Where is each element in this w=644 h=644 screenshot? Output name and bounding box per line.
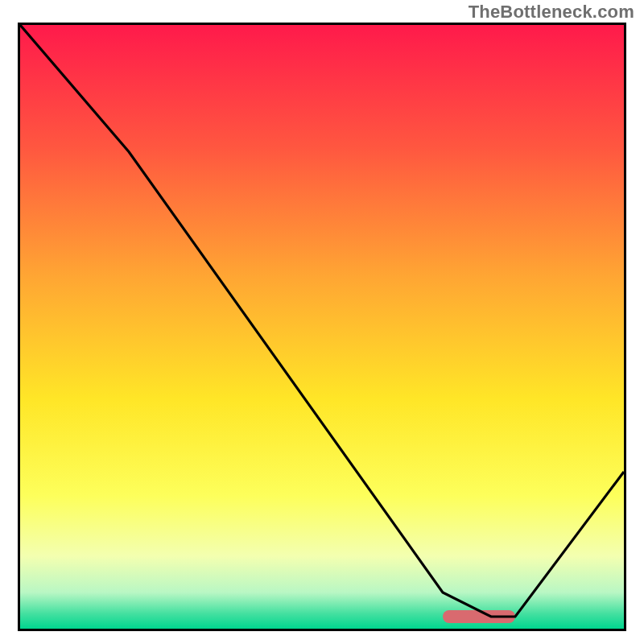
bottleneck-curve: [20, 25, 624, 629]
curve-path: [20, 25, 624, 617]
watermark-text: TheBottleneck.com: [469, 2, 634, 23]
chart-container: TheBottleneck.com: [0, 0, 644, 644]
plot-area: [18, 23, 626, 631]
